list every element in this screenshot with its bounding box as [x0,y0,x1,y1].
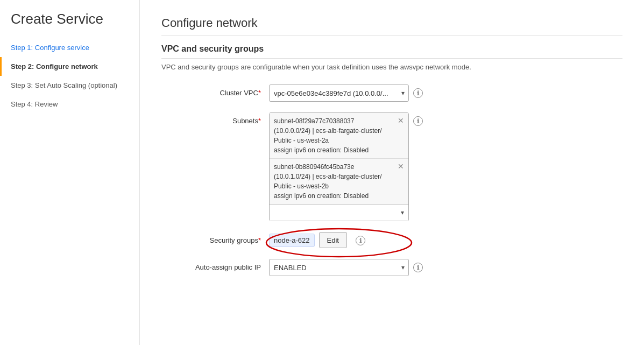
cluster-vpc-label: Cluster VPC* [161,85,269,97]
vpc-section-title: VPC and security groups [161,44,622,59]
vpc-section-desc: VPC and security groups are configurable… [161,63,622,71]
subnet-1-cidr: (10.0.0.0/24) | ecs-alb-fargate-cluster/ [274,126,395,136]
cluster-vpc-controls: vpc-05e6e03e4c389fe7d (10.0.0.0/... ℹ [269,85,423,102]
page-title: Create Service [0,11,139,38]
auto-assign-row: Auto-assign public IP ENABLED DISABLED ℹ [161,259,622,276]
subnet-2-ipv6: assign ipv6 on creation: Disabled [274,191,395,201]
auto-assign-select-box[interactable]: ENABLED DISABLED [269,259,409,276]
sidebar-item-step1[interactable]: Step 1: Configure service [0,38,139,57]
cluster-vpc-info-icon[interactable]: ℹ [413,88,423,98]
subnet-select[interactable] [270,205,408,221]
security-group-badge: node-a-622 [269,234,315,247]
subnets-container: subnet-08f29a77c70388037 (10.0.0.0/24) |… [269,112,409,221]
auto-assign-label: Auto-assign public IP [161,259,269,271]
subnet-2-id: subnet-0b880946fc45ba73e [274,162,395,172]
subnet-2-close-icon[interactable]: ✕ [398,162,404,171]
subnets-info-icon[interactable]: ℹ [413,116,423,126]
security-groups-row: Security groups* node-a-622 Edit ℹ [161,232,622,248]
subnet-1-id: subnet-08f29a77c70388037 [274,116,395,126]
subnet-item-1: subnet-08f29a77c70388037 (10.0.0.0/24) |… [270,113,408,159]
security-groups-label: Security groups* [161,232,269,244]
subnet-2-zone: Public - us-west-2b [274,181,395,191]
edit-security-groups-button[interactable]: Edit [319,232,347,248]
auto-assign-select[interactable]: ENABLED DISABLED [269,259,409,276]
cluster-vpc-select-box[interactable]: vpc-05e6e03e4c389fe7d (10.0.0.0/... [269,85,409,102]
main-content: Configure network VPC and security group… [140,0,644,345]
sidebar-item-step2[interactable]: Step 2: Configure network [0,57,139,76]
sidebar-item-step4[interactable]: Step 4: Review [0,95,139,114]
subnet-2-cidr: (10.0.1.0/24) | ecs-alb-fargate-cluster/ [274,172,395,181]
subnet-item-2: subnet-0b880946fc45ba73e (10.0.1.0/24) |… [270,159,408,205]
cluster-vpc-select[interactable]: vpc-05e6e03e4c389fe7d (10.0.0.0/... [269,85,409,102]
security-groups-info-icon[interactable]: ℹ [356,236,365,245]
subnet-1-zone: Public - us-west-2a [274,136,395,145]
sidebar: Create Service Step 1: Configure service… [0,0,140,345]
auto-assign-info-icon[interactable]: ℹ [413,263,423,272]
auto-assign-controls: ENABLED DISABLED ℹ [269,259,423,276]
security-groups-controls: node-a-622 Edit ℹ [269,232,365,248]
subnet-1-text: subnet-08f29a77c70388037 (10.0.0.0/24) |… [274,116,395,155]
subnet-add-dropdown[interactable] [270,205,408,221]
security-groups-content: node-a-622 Edit [269,232,347,248]
subnet-2-text: subnet-0b880946fc45ba73e (10.0.1.0/24) |… [274,162,395,201]
cluster-vpc-row: Cluster VPC* vpc-05e6e03e4c389fe7d (10.0… [161,85,622,102]
subnets-controls: subnet-08f29a77c70388037 (10.0.0.0/24) |… [269,112,423,221]
configure-network-title: Configure network [161,16,622,36]
subnet-1-ipv6: assign ipv6 on creation: Disabled [274,145,395,155]
subnet-1-close-icon[interactable]: ✕ [398,116,404,125]
subnets-label: Subnets* [161,112,269,125]
sidebar-item-step3[interactable]: Step 3: Set Auto Scaling (optional) [0,76,139,95]
subnets-row: Subnets* subnet-08f29a77c70388037 (10.0.… [161,112,622,221]
security-groups-annotation-wrapper: node-a-622 Edit [269,232,347,248]
